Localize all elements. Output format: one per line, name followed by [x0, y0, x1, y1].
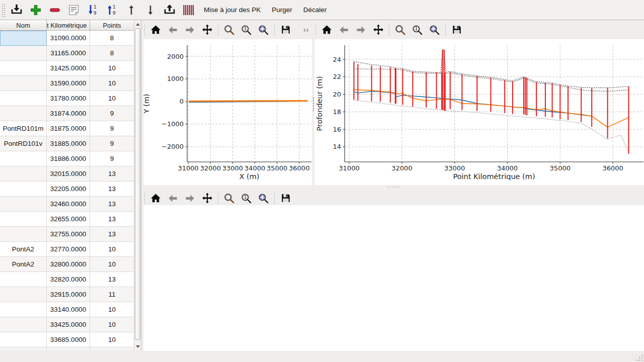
- table-row[interactable]: 31165.00008: [0, 46, 141, 61]
- table-row[interactable]: 31425.000010: [0, 61, 141, 76]
- toolbar-overflow-indicator[interactable]: ››: [303, 26, 309, 34]
- cell-nom[interactable]: [0, 332, 47, 347]
- move-up-button[interactable]: [123, 2, 140, 19]
- cell-nom[interactable]: PontRD101v: [0, 136, 47, 151]
- cell-nom[interactable]: [0, 76, 47, 91]
- cell-points[interactable]: 10: [90, 76, 134, 91]
- cell-nom[interactable]: [0, 212, 47, 227]
- home-button[interactable]: [149, 24, 162, 36]
- scrollbar-thumb[interactable]: [135, 28, 140, 340]
- cell-nom[interactable]: [0, 317, 47, 332]
- cell-points[interactable]: 10: [90, 61, 134, 76]
- table-row[interactable]: 31590.000010: [0, 76, 141, 91]
- cell-points[interactable]: 10: [90, 91, 134, 106]
- table-row[interactable]: 32655.000013: [0, 212, 141, 227]
- cell-nom[interactable]: [0, 227, 47, 242]
- cell-points[interactable]: [90, 347, 134, 350]
- scroll-down-button[interactable]: [135, 343, 141, 350]
- save-button[interactable]: [279, 192, 292, 205]
- table-row[interactable]: 31090.00008: [0, 31, 141, 46]
- cell-points[interactable]: 8: [90, 31, 134, 46]
- pan-button[interactable]: [201, 24, 213, 36]
- forward-button[interactable]: [184, 24, 196, 36]
- cell-pk[interactable]: 31590.0000: [47, 76, 90, 91]
- cell-nom[interactable]: [0, 347, 47, 350]
- decaler-button[interactable]: Décaler: [299, 4, 332, 16]
- cell-points[interactable]: 10: [90, 317, 134, 332]
- save-button[interactable]: [279, 24, 292, 36]
- cell-points[interactable]: 9: [90, 136, 134, 151]
- table-row[interactable]: 32205.000013: [0, 182, 141, 197]
- cell-points[interactable]: 13: [90, 182, 134, 197]
- cell-nom[interactable]: [0, 287, 47, 302]
- back-button[interactable]: [338, 24, 350, 36]
- cell-nom[interactable]: [0, 46, 47, 61]
- cell-pk[interactable]: 32460.0000: [47, 197, 90, 212]
- zoom-sel-button[interactable]: [428, 24, 441, 36]
- pan-button[interactable]: [372, 24, 384, 36]
- bottom-plot-canvas[interactable]: [143, 205, 644, 351]
- cell-pk[interactable]: 31875.0000: [47, 121, 90, 136]
- table-row[interactable]: 32755.000013: [0, 227, 141, 242]
- plan-plot-canvas[interactable]: 310003200033000340003500036000−2000−1000…: [143, 39, 312, 185]
- cell-points[interactable]: 13: [90, 212, 134, 227]
- home-button[interactable]: [149, 192, 162, 205]
- cell-pk[interactable]: 31885.0000: [47, 136, 90, 151]
- zoom-button[interactable]: [394, 24, 407, 36]
- cell-nom[interactable]: [0, 302, 47, 317]
- add-button[interactable]: [27, 2, 44, 19]
- table-row[interactable]: 32460.000013: [0, 197, 141, 212]
- zoom-sel-button[interactable]: [257, 192, 270, 205]
- table-row[interactable]: PontRD101m31875.00009: [0, 121, 141, 136]
- cell-points[interactable]: 9: [90, 121, 134, 136]
- profondeur-plot-canvas[interactable]: 3100032000330003400035000360001416182022…: [314, 39, 644, 185]
- table-row[interactable]: [0, 347, 141, 350]
- cell-pk[interactable]: 32655.0000: [47, 212, 90, 227]
- table-row[interactable]: 33425.000010: [0, 317, 141, 332]
- export-button[interactable]: [161, 2, 178, 19]
- profiles-button[interactable]: [180, 2, 197, 19]
- table-row[interactable]: 31780.000010: [0, 91, 141, 106]
- table-row[interactable]: 32820.000013: [0, 272, 141, 287]
- table-row[interactable]: 32915.000011: [0, 287, 141, 302]
- cell-pk[interactable]: 31425.0000: [47, 61, 90, 76]
- zoom-button[interactable]: [223, 192, 235, 205]
- header-nom[interactable]: Nom: [0, 20, 47, 31]
- cell-pk[interactable]: 31886.0000: [47, 151, 90, 166]
- purger-button[interactable]: Purger: [267, 4, 297, 16]
- cell-nom[interactable]: [0, 91, 47, 106]
- cell-pk[interactable]: 31165.0000: [47, 46, 90, 61]
- cell-pk[interactable]: 32800.0000: [47, 257, 90, 272]
- cell-points[interactable]: 8: [90, 46, 134, 61]
- table-row[interactable]: 32015.000013: [0, 166, 141, 182]
- cell-nom[interactable]: [0, 151, 47, 166]
- cell-points[interactable]: 10: [90, 302, 134, 317]
- table-scrollbar[interactable]: [134, 20, 141, 350]
- header-points[interactable]: Points: [90, 20, 134, 31]
- cell-pk[interactable]: 33140.0000: [47, 302, 90, 317]
- save-button[interactable]: [450, 24, 463, 36]
- cell-nom[interactable]: [0, 106, 47, 121]
- cell-pk[interactable]: 32915.0000: [47, 287, 90, 302]
- back-button[interactable]: [167, 192, 179, 205]
- horizontal-splitter[interactable]: [141, 185, 644, 189]
- cell-nom[interactable]: PontA2: [0, 242, 47, 257]
- cell-points[interactable]: 13: [90, 197, 134, 212]
- cell-pk[interactable]: 31090.0000: [47, 31, 90, 46]
- cell-pk[interactable]: 32770.0000: [47, 242, 90, 257]
- cell-nom[interactable]: [0, 166, 47, 182]
- back-button[interactable]: [167, 24, 179, 36]
- cell-pk[interactable]: [47, 347, 90, 350]
- cell-points[interactable]: 10: [90, 242, 134, 257]
- cell-nom[interactable]: [0, 197, 47, 212]
- cell-nom[interactable]: [0, 272, 47, 287]
- home-button[interactable]: [320, 24, 333, 36]
- table-row[interactable]: 31874.00009: [0, 106, 141, 121]
- zoom-one-button[interactable]: 1: [240, 192, 253, 205]
- cell-pk[interactable]: 32205.0000: [47, 182, 90, 197]
- forward-button[interactable]: [355, 24, 367, 36]
- cell-pk[interactable]: 32755.0000: [47, 227, 90, 242]
- maj-pk-button[interactable]: Mise à jour des PK: [199, 4, 265, 16]
- forward-button[interactable]: [184, 192, 196, 205]
- zoom-sel-button[interactable]: [257, 24, 270, 36]
